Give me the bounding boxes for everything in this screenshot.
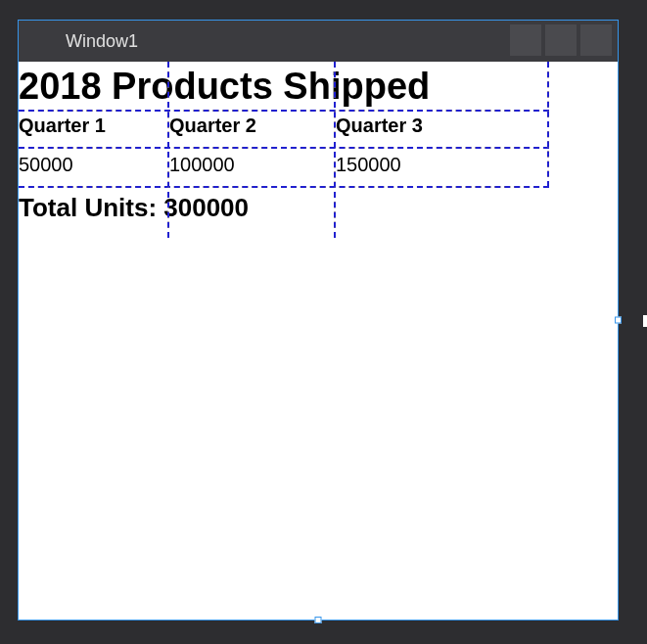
cell-q1: 50000 (19, 154, 73, 176)
grid-row-total: Total Units: 300000 (19, 187, 618, 238)
column-header-q1: Quarter 1 (19, 115, 106, 137)
column-header-q3: Quarter 3 (336, 115, 423, 137)
grid-row-title: 2018 Products Shipped (19, 62, 618, 111)
titlebar[interactable]: Window1 (19, 21, 618, 62)
minimize-button[interactable] (510, 24, 541, 56)
designer-canvas: Window1 2018 Products Shipped Quarter 1 … (0, 0, 647, 644)
cell-q2: 100000 (169, 154, 235, 176)
grid-row-headers: Quarter 1 Quarter 2 Quarter 3 (19, 111, 618, 148)
window-buttons (510, 24, 612, 56)
window-frame: Window1 2018 Products Shipped Quarter 1 … (19, 21, 618, 620)
maximize-button[interactable] (545, 24, 577, 56)
column-header-q2: Quarter 2 (169, 115, 256, 137)
page-title: 2018 Products Shipped (19, 62, 430, 111)
window-title: Window1 (66, 31, 138, 52)
cell-q3: 150000 (336, 154, 401, 176)
window-client-area[interactable]: 2018 Products Shipped Quarter 1 Quarter … (19, 62, 618, 620)
layout-grid: 2018 Products Shipped Quarter 1 Quarter … (19, 62, 618, 238)
grid-row-data: 50000 100000 150000 (19, 148, 618, 187)
close-button[interactable] (580, 24, 612, 56)
total-label: Total Units: 300000 (19, 193, 249, 223)
canvas-edge-handle[interactable] (643, 315, 647, 327)
